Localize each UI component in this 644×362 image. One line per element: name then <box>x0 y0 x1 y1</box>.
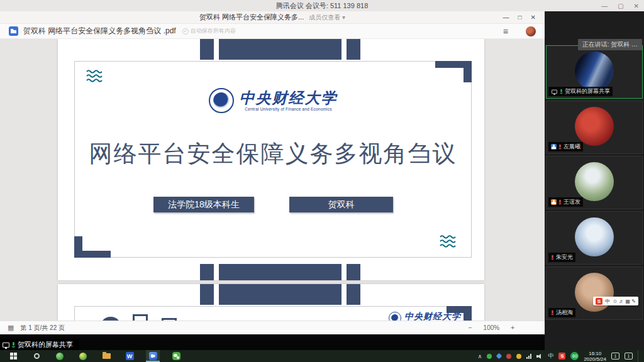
windows-logo-icon <box>10 353 17 359</box>
clock-date: 2020/5/24 <box>584 356 606 362</box>
windows-taskbar: W ∧ 中 S 60 16:10 2020/5/24 1 1 <box>0 350 644 362</box>
shared-window-titlebar: 贺双科 网络平台安全保障义务多... 成员仅查看 ▾ — □ ✕ <box>0 11 545 24</box>
slide-title: 网络平台安全保障义务多视角刍议 <box>75 138 471 170</box>
screen-share-toast-label: 贺双科的屏幕共享 <box>18 340 73 349</box>
mic-icon <box>12 342 15 348</box>
screen-share-thumbnail <box>575 52 614 90</box>
notification-center-icon[interactable]: 1 <box>611 353 619 359</box>
close-button[interactable]: ✕ <box>634 3 639 9</box>
zoom-in-button[interactable]: + <box>511 324 514 331</box>
tray-app-icon[interactable] <box>487 354 492 359</box>
maximize-button[interactable]: ▢ <box>618 3 623 9</box>
view-mode-dropdown[interactable]: 成员仅查看 ▾ <box>309 13 345 22</box>
tray-app-icon[interactable] <box>516 354 521 359</box>
slide-bottom-decoration <box>200 264 360 280</box>
slide-page-2: 中央财经大学 Central University of Finance and… <box>58 284 484 321</box>
start-button[interactable] <box>6 350 20 362</box>
meeting-title: 腾讯会议 会议号: 511 139 818 <box>276 1 369 11</box>
tray-app-icon[interactable] <box>496 353 502 359</box>
document-scroll-area[interactable]: 中央财经大学 Central University of Finance and… <box>0 39 545 321</box>
participant-tile[interactable]: S 中 ☺ ♬ ▦ ✎ 汤相淘 <box>546 266 643 320</box>
author-affiliation-badge: 法学院18级本科生 <box>153 197 254 212</box>
meeting-topbar: 腾讯会议 会议号: 511 139 818 — ▢ ✕ <box>0 0 644 11</box>
screen-icon <box>552 89 557 93</box>
autosave-check-icon: ✓ <box>182 28 189 35</box>
taskbar-app-2[interactable] <box>76 350 90 362</box>
doc-maximize-button[interactable]: □ <box>518 14 522 21</box>
slide-top-decoration <box>200 284 360 305</box>
university-seal-icon <box>389 312 401 321</box>
participant-avatar <box>575 273 614 312</box>
file-explorer-button[interactable] <box>99 350 113 362</box>
university-logo: 中央财经大学 Central University of Finance and… <box>75 88 471 113</box>
zoom-level: 100% <box>484 324 500 331</box>
user-avatar[interactable] <box>526 26 536 36</box>
mic-muted-icon <box>551 310 553 315</box>
author-name-badge: 贺双科 <box>289 197 393 212</box>
participant-tile[interactable]: 朱安光 <box>546 211 643 265</box>
show-desktop-button[interactable] <box>638 350 640 362</box>
slide-page-1: 中央财经大学 Central University of Finance and… <box>58 39 484 280</box>
shared-window-title: 贺双科 网络平台安全保障义务多... <box>199 13 304 22</box>
volume-icon[interactable] <box>536 354 543 359</box>
zoom-out-button[interactable]: − <box>469 324 472 331</box>
word-button[interactable]: W <box>123 350 136 362</box>
word-icon: W <box>126 352 134 360</box>
sogou-ime-icon: S <box>596 298 602 305</box>
search-button[interactable] <box>30 350 43 362</box>
mic-muted-icon <box>558 145 561 150</box>
slide-content-card: 中央财经大学 Central University of Finance and… <box>74 61 472 258</box>
speaking-indicator: 正在讲话: 贺双科 … <box>578 39 642 50</box>
tray-badge-icon[interactable]: 1 <box>625 353 633 359</box>
battery-indicator[interactable]: 60 <box>570 352 579 360</box>
ime-language-indicator[interactable]: 中 <box>548 352 553 360</box>
participant-name: 贺双科的屏幕共享 <box>565 87 610 96</box>
pdf-toolbar: 贺双科 网络平台安全保障义务多视角刍议 .pdf ✓ 自动保存所有内容 ≡ <box>0 24 545 39</box>
slide-top-decoration <box>200 39 360 60</box>
participant-tile-screen-share[interactable]: 贺双科的屏幕共享 <box>546 45 643 99</box>
mic-on-icon <box>560 89 562 94</box>
decor-square <box>133 314 148 321</box>
ime-toolbar[interactable]: S 中 ☺ ♬ ▦ ✎ <box>593 297 638 305</box>
participant-name: 王谊发 <box>564 198 580 206</box>
participant-tile[interactable]: 王谊发 <box>546 156 643 209</box>
participant-avatar <box>575 162 614 201</box>
participant-avatar <box>575 107 614 146</box>
sogou-tray-icon[interactable]: S <box>558 353 565 359</box>
taskbar-app-1[interactable] <box>53 350 67 362</box>
chevron-down-icon: ▾ <box>342 14 345 21</box>
university-logo: 中央财经大学 Central University of Finance and… <box>389 312 461 321</box>
corner-accent-bottom-left <box>74 236 111 258</box>
university-name-en: Central University of Finance and Econom… <box>245 107 331 111</box>
wechat-button[interactable] <box>169 350 183 362</box>
doc-close-button[interactable]: ✕ <box>531 14 536 21</box>
wechat-icon <box>172 352 180 360</box>
screen-icon <box>3 343 9 348</box>
tray-app-icon[interactable] <box>506 354 511 359</box>
meeting-app-button[interactable] <box>146 350 160 362</box>
participant-name: 朱安光 <box>556 253 573 261</box>
taskbar-clock[interactable]: 16:10 2020/5/24 <box>584 351 606 362</box>
participant-name: 左晨曦 <box>564 143 580 151</box>
tray-expand-button[interactable]: ∧ <box>478 353 482 359</box>
slide2-content-card: 中央财经大学 Central University of Finance and… <box>74 306 472 321</box>
person-icon <box>551 144 557 150</box>
participant-name: 汤相淘 <box>556 309 573 317</box>
desktop-strip <box>0 334 545 350</box>
page-indicator: 第 1 页/共 22 页 <box>20 324 65 332</box>
pdf-app-logo-icon <box>9 26 18 36</box>
hamburger-menu-icon[interactable]: ≡ <box>503 26 508 36</box>
clock-time: 16:10 <box>589 351 601 356</box>
doc-minimize-button[interactable]: — <box>503 14 509 21</box>
participants-sidebar: 正在讲话: 贺双科 … 贺双科的屏幕共享 左晨曦 王谊发 朱安光 <box>545 11 644 350</box>
screen-share-toast[interactable]: 贺双科的屏幕共享 <box>0 339 79 350</box>
participant-avatar <box>575 217 614 256</box>
minimize-button[interactable]: — <box>601 3 608 9</box>
app-icon <box>79 353 87 360</box>
app-icon <box>56 353 64 360</box>
thumbnails-icon[interactable]: ▦ <box>8 324 14 332</box>
participant-tile[interactable]: 左晨曦 <box>546 101 643 154</box>
network-icon[interactable] <box>526 354 531 359</box>
person-icon <box>551 199 557 205</box>
file-name: 贺双科 网络平台安全保障义务多视角刍议 .pdf <box>23 26 176 36</box>
